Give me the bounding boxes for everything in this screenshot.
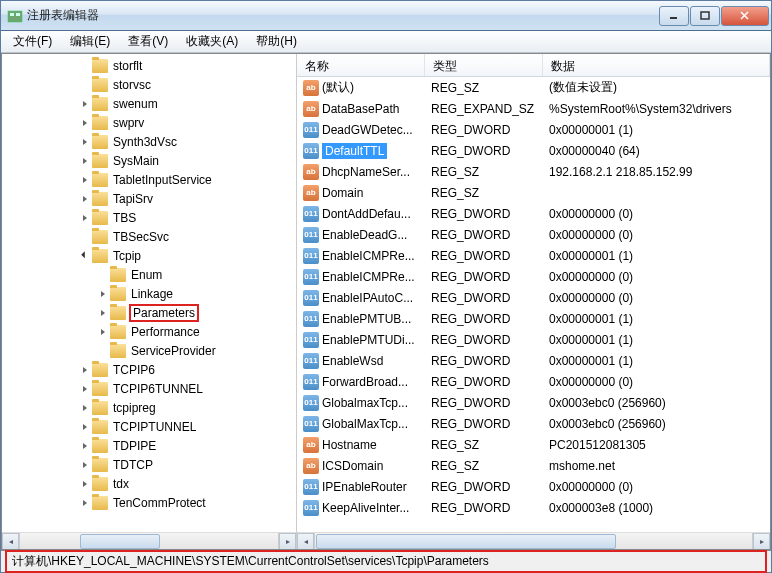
registry-value-row[interactable]: abDataBasePathREG_EXPAND_SZ%SystemRoot%\… xyxy=(297,98,770,119)
tree-node[interactable]: Parameters xyxy=(2,303,296,322)
tree-node[interactable]: storflt xyxy=(2,56,296,75)
tree-node[interactable]: TCPIP6 xyxy=(2,360,296,379)
registry-value-row[interactable]: 011EnablePMTUDi...REG_DWORD0x00000001 (1… xyxy=(297,329,770,350)
chevron-right-icon[interactable] xyxy=(78,401,92,415)
registry-value-row[interactable]: 011KeepAliveInter...REG_DWORD0x000003e8 … xyxy=(297,497,770,518)
chevron-right-icon[interactable] xyxy=(78,458,92,472)
minimize-button[interactable] xyxy=(659,6,689,26)
registry-value-row[interactable]: abHostnameREG_SZPC201512081305 xyxy=(297,434,770,455)
registry-value-row[interactable]: ab(默认)REG_SZ(数值未设置) xyxy=(297,77,770,98)
binary-value-icon: 011 xyxy=(303,416,319,432)
chevron-right-icon[interactable] xyxy=(96,287,110,301)
chevron-right-icon[interactable] xyxy=(78,439,92,453)
registry-value-row[interactable]: 011GlobalmaxTcp...REG_DWORD0x0003ebc0 (2… xyxy=(297,392,770,413)
tree-node[interactable]: TenCommProtect xyxy=(2,493,296,512)
value-name: EnableDeadG... xyxy=(322,228,407,242)
registry-value-row[interactable]: 011GlobalMaxTcp...REG_DWORD0x0003ebc0 (2… xyxy=(297,413,770,434)
maximize-button[interactable] xyxy=(690,6,720,26)
values-list[interactable]: ab(默认)REG_SZ(数值未设置)abDataBasePathREG_EXP… xyxy=(297,77,770,532)
binary-value-icon: 011 xyxy=(303,290,319,306)
tree-node[interactable]: swenum xyxy=(2,94,296,113)
chevron-right-icon[interactable] xyxy=(78,116,92,130)
value-data-cell: (数值未设置) xyxy=(543,77,770,98)
tree-label: swenum xyxy=(111,96,160,112)
tree-node[interactable]: TBSecSvc xyxy=(2,227,296,246)
chevron-right-icon[interactable] xyxy=(78,97,92,111)
tree-horizontal-scrollbar[interactable]: ◂ ▸ xyxy=(2,532,296,549)
registry-value-row[interactable]: 011DontAddDefau...REG_DWORD0x00000000 (0… xyxy=(297,203,770,224)
registry-value-row[interactable]: abICSDomainREG_SZmshome.net xyxy=(297,455,770,476)
tree-node[interactable]: TabletInputService xyxy=(2,170,296,189)
tree-node[interactable]: storvsc xyxy=(2,75,296,94)
chevron-right-icon[interactable] xyxy=(96,325,110,339)
column-header-type[interactable]: 类型 xyxy=(425,54,543,76)
registry-value-row[interactable]: 011EnableWsdREG_DWORD0x00000001 (1) xyxy=(297,350,770,371)
tree-node[interactable]: SysMain xyxy=(2,151,296,170)
scroll-right-button[interactable]: ▸ xyxy=(279,533,296,550)
tree-scroll[interactable]: storfltstorvscswenumswprvSynth3dVscSysMa… xyxy=(2,54,296,532)
chevron-right-icon[interactable] xyxy=(78,363,92,377)
scroll-left-button[interactable]: ◂ xyxy=(297,533,314,550)
chevron-right-icon[interactable] xyxy=(78,420,92,434)
chevron-right-icon[interactable] xyxy=(78,192,92,206)
folder-icon xyxy=(92,116,108,130)
value-data-cell: 0x0003ebc0 (256960) xyxy=(543,415,770,433)
tree-node[interactable]: TapiSrv xyxy=(2,189,296,208)
tree-node[interactable]: Linkage xyxy=(2,284,296,303)
chevron-right-icon xyxy=(78,78,92,92)
chevron-right-icon[interactable] xyxy=(78,154,92,168)
tree-node[interactable]: tcpipreg xyxy=(2,398,296,417)
value-data-cell: %SystemRoot%\System32\drivers xyxy=(543,100,770,118)
chevron-right-icon[interactable] xyxy=(78,135,92,149)
menu-view[interactable]: 查看(V) xyxy=(120,31,176,52)
scroll-right-button[interactable]: ▸ xyxy=(753,533,770,550)
registry-value-row[interactable]: 011EnableIPAutoC...REG_DWORD0x00000000 (… xyxy=(297,287,770,308)
tree-node[interactable]: TCPIP6TUNNEL xyxy=(2,379,296,398)
chevron-right-icon[interactable] xyxy=(78,173,92,187)
menu-favorites[interactable]: 收藏夹(A) xyxy=(178,31,246,52)
registry-value-row[interactable]: 011EnablePMTUB...REG_DWORD0x00000001 (1) xyxy=(297,308,770,329)
chevron-right-icon[interactable] xyxy=(78,211,92,225)
value-name-cell: 011IPEnableRouter xyxy=(297,477,425,497)
registry-value-row[interactable]: 011IPEnableRouterREG_DWORD0x00000000 (0) xyxy=(297,476,770,497)
scroll-left-button[interactable]: ◂ xyxy=(2,533,19,550)
content-area: storfltstorvscswenumswprvSynth3dVscSysMa… xyxy=(1,53,771,550)
tree-node[interactable]: TDPIPE xyxy=(2,436,296,455)
value-name: DataBasePath xyxy=(322,102,399,116)
chevron-down-icon[interactable] xyxy=(78,249,92,263)
tree-node[interactable]: Enum xyxy=(2,265,296,284)
chevron-right-icon[interactable] xyxy=(78,496,92,510)
tree-node[interactable]: TDTCP xyxy=(2,455,296,474)
registry-value-row[interactable]: 011ForwardBroad...REG_DWORD0x00000000 (0… xyxy=(297,371,770,392)
value-data-cell: 0x000003e8 (1000) xyxy=(543,499,770,517)
tree-node[interactable]: TBS xyxy=(2,208,296,227)
menu-file[interactable]: 文件(F) xyxy=(5,31,60,52)
registry-value-row[interactable]: 011DeadGWDetec...REG_DWORD0x00000001 (1) xyxy=(297,119,770,140)
close-button[interactable] xyxy=(721,6,769,26)
value-name-cell: 011EnableIPAutoC... xyxy=(297,288,425,308)
menu-edit[interactable]: 编辑(E) xyxy=(62,31,118,52)
tree-node[interactable]: Performance xyxy=(2,322,296,341)
registry-value-row[interactable]: 011DefaultTTLREG_DWORD0x00000040 (64) xyxy=(297,140,770,161)
registry-value-row[interactable]: abDomainREG_SZ xyxy=(297,182,770,203)
chevron-right-icon[interactable] xyxy=(78,382,92,396)
tree-node[interactable]: ServiceProvider xyxy=(2,341,296,360)
tree-node[interactable]: Synth3dVsc xyxy=(2,132,296,151)
value-name: EnableIPAutoC... xyxy=(322,291,413,305)
column-header-name[interactable]: 名称 xyxy=(297,54,425,76)
registry-value-row[interactable]: 011EnableDeadG...REG_DWORD0x00000000 (0) xyxy=(297,224,770,245)
list-horizontal-scrollbar[interactable]: ◂ ▸ xyxy=(297,532,770,549)
registry-value-row[interactable]: 011EnableICMPRe...REG_DWORD0x00000000 (0… xyxy=(297,266,770,287)
chevron-right-icon[interactable] xyxy=(78,477,92,491)
titlebar[interactable]: 注册表编辑器 xyxy=(1,1,771,31)
value-name: DontAddDefau... xyxy=(322,207,411,221)
tree-node[interactable]: Tcpip xyxy=(2,246,296,265)
tree-node[interactable]: tdx xyxy=(2,474,296,493)
menu-help[interactable]: 帮助(H) xyxy=(248,31,305,52)
chevron-right-icon[interactable] xyxy=(96,306,110,320)
column-header-data[interactable]: 数据 xyxy=(543,54,770,76)
tree-node[interactable]: swprv xyxy=(2,113,296,132)
tree-node[interactable]: TCPIPTUNNEL xyxy=(2,417,296,436)
registry-value-row[interactable]: 011EnableICMPRe...REG_DWORD0x00000001 (1… xyxy=(297,245,770,266)
registry-value-row[interactable]: abDhcpNameSer...REG_SZ192.168.2.1 218.85… xyxy=(297,161,770,182)
